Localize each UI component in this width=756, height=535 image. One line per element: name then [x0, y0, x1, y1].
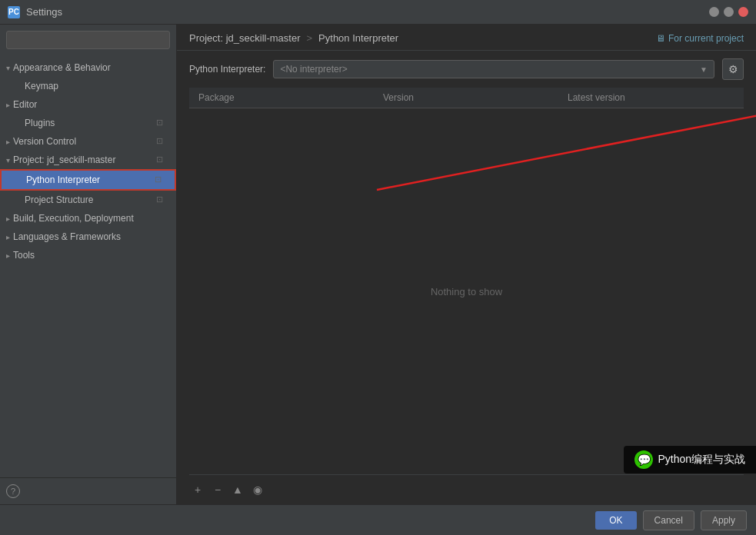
close-button[interactable] — [738, 7, 748, 17]
main-container: ▾ Appearance & Behavior Keymap ▸ Editor … — [0, 25, 756, 504]
sidebar-item-keymap[interactable]: Keymap — [0, 77, 176, 95]
sidebar-item-label: Appearance & Behavior — [13, 62, 111, 73]
interpreter-value: <No interpreter> — [280, 64, 347, 75]
column-version: Version — [374, 92, 558, 103]
sidebar-item-label: Build, Execution, Deployment — [13, 213, 134, 224]
chevron-right-icon: ▸ — [6, 101, 10, 109]
chevron-right-icon: ▸ — [6, 251, 10, 260]
external-icon: ⊡ — [156, 118, 167, 128]
sidebar-nav: ▾ Appearance & Behavior Keymap ▸ Editor … — [0, 55, 176, 477]
sidebar-item-label: Tools — [13, 250, 35, 261]
sidebar-item-python-interpreter[interactable]: Python Interpreter ⊡ — [0, 169, 176, 191]
external-icon: ⊡ — [155, 174, 165, 185]
column-latest: Latest version — [558, 92, 744, 103]
chevron-right-icon: ▸ — [6, 233, 10, 241]
wechat-icon: 💬 — [634, 450, 653, 469]
for-current-project-label: For current project — [668, 33, 744, 44]
search-input[interactable] — [6, 31, 170, 49]
content-header: Project: jd_seckill-master > Python Inte… — [177, 25, 756, 51]
gear-icon: ⚙ — [728, 63, 738, 75]
upgrade-package-button[interactable]: ▲ — [229, 481, 246, 498]
sidebar-item-label: Version Control — [13, 136, 76, 147]
sidebar-item-label: Languages & Frameworks — [13, 231, 121, 242]
title-text: Settings — [26, 6, 709, 18]
breadcrumb-project: Project: jd_seckill-master — [189, 32, 301, 44]
packages-table: Package Version Latest version Nothing t… — [189, 88, 744, 504]
chevron-down-icon: ▾ — [6, 156, 10, 164]
monitor-icon: 🖥 — [656, 33, 665, 44]
interpreter-label: Python Interpreter: — [189, 64, 265, 75]
ok-button[interactable]: OK — [595, 511, 636, 530]
title-bar: PC Settings — [0, 0, 756, 25]
watermark: 💬 Python编程与实战 — [624, 446, 756, 474]
sidebar-item-appearance[interactable]: ▾ Appearance & Behavior — [0, 58, 176, 77]
bottom-bar: OK Cancel Apply — [0, 504, 756, 535]
content-wrapper: Project: jd_seckill-master > Python Inte… — [177, 25, 756, 504]
breadcrumb-current: Python Interpreter — [318, 32, 398, 44]
interpreter-dropdown[interactable]: <No interpreter> ▼ — [273, 60, 714, 78]
empty-state-text: Nothing to show — [431, 286, 502, 297]
watermark-text: Python编程与实战 — [658, 453, 745, 467]
sidebar-item-tools[interactable]: ▸ Tools — [0, 246, 176, 264]
sidebar-footer: ? — [0, 477, 176, 504]
sidebar-item-editor[interactable]: ▸ Editor — [0, 95, 176, 114]
chevron-right-icon: ▸ — [6, 138, 10, 146]
sidebar-item-plugins[interactable]: Plugins ⊡ — [0, 114, 176, 132]
sidebar-item-label: Project: jd_seckill-master — [13, 155, 115, 165]
external-icon: ⊡ — [156, 136, 167, 147]
maximize-button[interactable] — [724, 7, 734, 17]
app-icon: PC — [8, 6, 20, 18]
sidebar-item-project-structure[interactable]: Project Structure ⊡ — [0, 191, 176, 209]
window-controls — [709, 7, 748, 17]
apply-button[interactable]: Apply — [701, 510, 747, 530]
external-icon: ⊡ — [156, 155, 167, 165]
sidebar-item-label: Project Structure — [25, 194, 93, 205]
chevron-down-icon: ▾ — [6, 64, 10, 72]
breadcrumb-separator: > — [307, 32, 313, 44]
sidebar-item-label: Python Interpreter — [26, 174, 100, 185]
for-current-project: 🖥 For current project — [656, 33, 744, 44]
table-toolbar: + − ▲ ◉ — [189, 474, 744, 504]
sidebar-item-build[interactable]: ▸ Build, Execution, Deployment — [0, 209, 176, 228]
sidebar-item-label: Keymap — [25, 81, 58, 91]
sidebar-item-languages[interactable]: ▸ Languages & Frameworks — [0, 228, 176, 246]
table-body: Nothing to show — [189, 108, 744, 474]
remove-package-button[interactable]: − — [209, 481, 226, 498]
help-button[interactable]: ? — [6, 484, 20, 498]
content-area: Project: jd_seckill-master > Python Inte… — [177, 25, 756, 504]
sidebar-item-vcs[interactable]: ▸ Version Control ⊡ — [0, 132, 176, 151]
column-package: Package — [189, 92, 374, 103]
cancel-button[interactable]: Cancel — [643, 510, 694, 530]
sidebar-item-project[interactable]: ▾ Project: jd_seckill-master ⊡ — [0, 151, 176, 169]
sidebar: ▾ Appearance & Behavior Keymap ▸ Editor … — [0, 25, 177, 504]
add-package-button[interactable]: + — [189, 481, 206, 498]
table-header: Package Version Latest version — [189, 88, 744, 108]
interpreter-row: Python Interpreter: <No interpreter> ▼ ⚙ — [177, 51, 756, 88]
show-path-button[interactable]: ◉ — [249, 481, 266, 498]
chevron-right-icon: ▸ — [6, 214, 10, 223]
sidebar-item-label: Editor — [13, 99, 37, 110]
dropdown-arrow-icon: ▼ — [700, 65, 708, 74]
minimize-button[interactable] — [709, 7, 719, 17]
external-icon: ⊡ — [156, 194, 167, 205]
gear-button[interactable]: ⚙ — [722, 58, 744, 80]
sidebar-item-label: Plugins — [25, 118, 55, 128]
